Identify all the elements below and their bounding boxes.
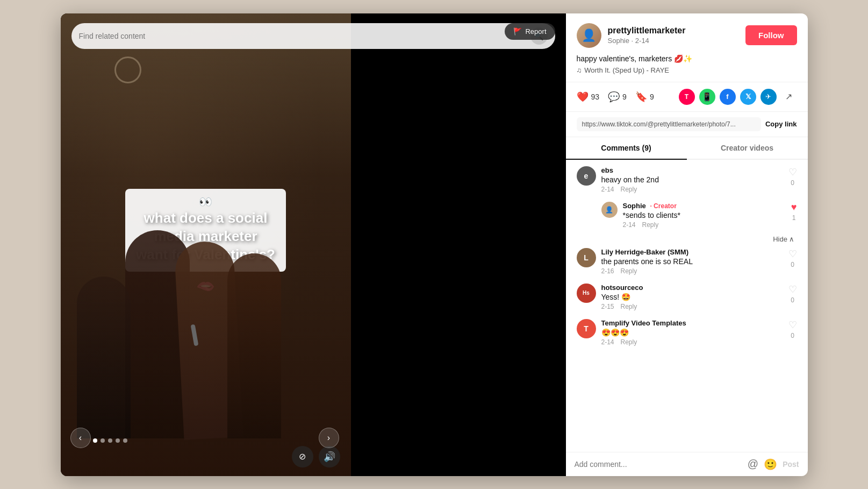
caption-toggle-button[interactable]: ⊘ [292,446,313,467]
like-heart-icon: ♡ [788,166,797,178]
right-panel: 👤 prettylittlemarketer Sophie · 2-14 Fol… [566,13,808,476]
heart-icon: ❤️ [577,91,589,103]
dot-5 [123,438,127,443]
like-count: 0 [791,261,794,268]
comment-body: ebs heavy on the 2nd 2-14 Reply [601,166,783,193]
comment-date: 2-14 [601,338,614,346]
likes-stat[interactable]: ❤️ 93 [577,91,600,103]
copy-link-button[interactable]: Copy link [765,120,797,128]
comment-meta: 2-15 Reply [601,303,783,310]
comment-icon: 💬 [608,91,620,103]
hide-replies-button[interactable]: Hide ∧ [773,235,794,243]
tab-creator-videos[interactable]: Creator videos [687,137,808,160]
emoji-button[interactable]: 🙂 [764,458,777,471]
tiktok-share-icon[interactable]: T [679,89,695,105]
reply-button[interactable]: Reply [621,267,637,275]
creator-info: 👤 prettylittlemarketer Sophie · 2-14 [577,23,686,48]
report-button[interactable]: 🚩 Report [505,23,555,40]
volume-button[interactable]: 🔊 [319,446,340,467]
comment-meta: 2-16 Reply [601,267,783,275]
dot-3 [108,438,112,443]
comments-list: e ebs heavy on the 2nd 2-14 Reply ♡ 0 [566,160,808,452]
dot-2 [101,438,105,443]
creator-sub: Sophie · 2-14 [608,37,686,45]
commenter-avatar: L [577,248,596,267]
comment-username: ebs [601,166,783,174]
dot-1 [93,438,97,443]
reply-button[interactable]: Reply [621,186,637,193]
comment-item: L Lily Herridge-Baker (SMM) the parents … [577,248,797,275]
like-heart-icon: ♡ [788,284,797,295]
comment-input[interactable] [575,460,742,469]
commenter-avatar: e [577,166,596,186]
reply-item: 👤 Sophie · Creator *sends to clients* 2-… [601,202,797,229]
commenter-avatar: Hs [577,284,596,303]
comment-body: Lily Herridge-Baker (SMM) the parents on… [601,248,783,275]
comment-item: e ebs heavy on the 2nd 2-14 Reply ♡ 0 [577,166,797,193]
mention-button[interactable]: @ [748,458,758,470]
left-panel: 🔍 🚩 Report 👀 [61,13,566,476]
like-count: 0 [791,179,794,187]
tabs-row: Comments (9) Creator videos [566,137,808,160]
bookmark-icon: 🔖 [635,91,647,103]
reply-date: 2-14 [623,221,636,229]
reply-meta: 2-14 Reply [623,221,786,229]
comment-like[interactable]: ♡ 0 [788,284,797,310]
comment-date: 2-16 [601,267,614,275]
search-input[interactable] [79,32,526,40]
comment-text: heavy on the 2nd [601,175,783,184]
comment-meta: 2-14 Reply [601,338,783,346]
reply-button[interactable]: Reply [621,338,637,346]
comment-input-row: @ 🙂 Post [566,452,808,476]
hide-replies-container: Hide ∧ [601,234,797,248]
comment-item: Hs hotsourceco Yess! 🤩 2-15 Reply ♡ 0 [577,284,797,310]
reply-body: Sophie · Creator *sends to clients* 2-14… [623,202,786,229]
like-heart-icon: ♡ [788,319,797,331]
slide-dots [93,438,127,443]
creator-header: 👤 prettylittlemarketer Sophie · 2-14 Fol… [566,13,808,82]
link-row: https://www.tiktok.com/@prettylittlemark… [566,112,808,137]
reply-avatar: 👤 [601,202,618,218]
comment-text: 😍😍😍 [601,328,783,337]
twitter-share-icon[interactable]: 𝕏 [740,89,756,105]
post-comment-button[interactable]: Post [783,460,799,469]
reply-like[interactable]: ♥ 1 [791,202,797,229]
telegram-share-icon[interactable]: ✈ [761,89,777,105]
comment-date: 2-15 [601,303,614,310]
reply-button[interactable]: Reply [621,303,637,310]
comment-like[interactable]: ♡ 0 [788,319,797,346]
bookmarks-stat[interactable]: 🔖 9 [635,91,654,103]
next-slide-button[interactable]: › [319,428,339,448]
more-share-icon[interactable]: ↗ [781,89,797,105]
comment-like[interactable]: ♡ 0 [788,166,797,193]
tab-comments[interactable]: Comments (9) [566,137,687,160]
creator-meta: prettylittlemarketer Sophie · 2-14 [608,26,686,45]
reply-username: Sophie · Creator [623,202,786,210]
bookmarks-count: 9 [650,93,654,101]
reply-text: *sends to clients* [623,211,786,219]
prev-slide-button[interactable]: ‹ [70,428,91,448]
facebook-share-icon[interactable]: f [720,89,736,105]
like-heart-icon: ♡ [788,248,797,260]
avatar: 👤 [577,23,601,48]
like-count: 0 [791,296,794,304]
media-area: 👀 what does a social media marketer want… [61,13,566,476]
comment-meta: 2-14 Reply [601,186,783,193]
comment-username: hotsourceco [601,284,783,292]
share-icons: T 📱 f 𝕏 ✈ ↗ [679,89,797,105]
comments-stat[interactable]: 💬 9 [608,91,627,103]
creator-top: 👤 prettylittlemarketer Sophie · 2-14 Fol… [577,23,797,48]
caption-emoji: 👀 [199,196,212,208]
comment-text: the parents one is so REAL [601,257,783,266]
commenter-avatar: T [577,319,596,338]
comment-item: T Templify Video Templates 😍😍😍 2-14 Repl… [577,319,797,346]
creator-first-name: Sophie [608,37,629,45]
reply-like-count: 1 [792,214,796,222]
reply-heart-icon: ♥ [791,202,797,213]
comment-username: Templify Video Templates [601,319,783,327]
follow-button[interactable]: Follow [745,25,797,45]
whatsapp-share-icon[interactable]: 📱 [699,89,715,105]
like-count: 0 [791,332,794,339]
comment-like[interactable]: ♡ 0 [788,248,797,275]
reply-reply-button[interactable]: Reply [642,221,659,229]
